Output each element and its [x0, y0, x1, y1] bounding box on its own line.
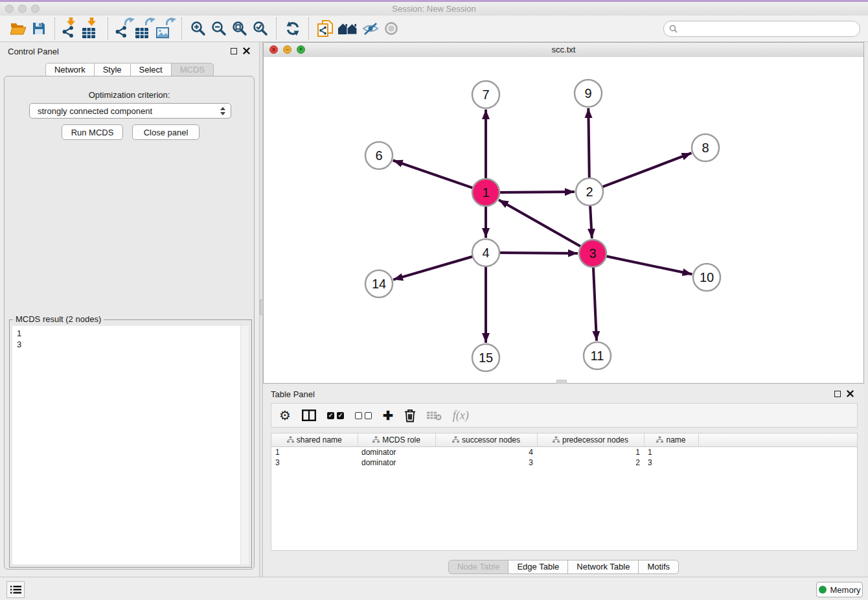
node-9[interactable]: 9: [575, 80, 602, 107]
task-history-button[interactable]: [6, 581, 25, 598]
tab-select[interactable]: Select: [130, 63, 172, 77]
hide-selected-icon[interactable]: [360, 17, 381, 40]
node-11[interactable]: 11: [584, 342, 611, 369]
tab-edge-table[interactable]: Edge Table: [508, 560, 568, 574]
tab-mcds[interactable]: MCDS: [171, 63, 214, 77]
delete-icon[interactable]: [404, 406, 416, 425]
float-table-panel-icon[interactable]: [834, 391, 841, 397]
node-8[interactable]: 8: [692, 134, 719, 161]
zoom-fit-icon[interactable]: [229, 17, 250, 40]
close-panel-button[interactable]: Close panel: [132, 124, 200, 140]
settings-gear-icon[interactable]: ⚙: [279, 406, 291, 425]
zoom-in-icon[interactable]: [188, 17, 209, 40]
table-cell[interactable]: 3: [435, 457, 537, 468]
table-cell[interactable]: 1: [537, 447, 644, 458]
canvas-splitter-handle[interactable]: [556, 380, 567, 384]
open-session-icon[interactable]: [8, 17, 29, 40]
memory-status-icon: [819, 586, 827, 594]
column-header-1[interactable]: MCDS role: [358, 433, 435, 447]
tab-style[interactable]: Style: [94, 63, 131, 77]
table-cell[interactable]: 1: [271, 447, 358, 458]
close-table-panel-icon[interactable]: [847, 390, 854, 397]
export-image-icon[interactable]: [155, 17, 176, 40]
column-header-0[interactable]: shared name: [271, 433, 358, 447]
toolbar-separator: [54, 17, 56, 40]
table-cell[interactable]: 3: [644, 457, 698, 468]
status-bar: Memory: [0, 577, 868, 600]
show-all-icon[interactable]: [381, 17, 402, 40]
tab-node-table[interactable]: Node Table: [448, 560, 509, 574]
table-cell-filler: [698, 457, 857, 468]
table-row[interactable]: 1dominator411: [271, 447, 857, 458]
column-header-4[interactable]: name: [644, 433, 698, 447]
column-header-3[interactable]: predecessor nodes: [537, 433, 644, 447]
edge-2-8[interactable]: [600, 153, 692, 187]
table-cell[interactable]: 1: [644, 447, 698, 458]
run-mcds-button[interactable]: Run MCDS: [62, 124, 123, 140]
import-network-icon[interactable]: [61, 17, 82, 40]
import-table-icon[interactable]: [82, 17, 102, 40]
tab-network[interactable]: Network: [45, 63, 95, 77]
mcds-result-text[interactable]: 1 3: [12, 326, 240, 564]
first-neighbors-icon[interactable]: [315, 17, 336, 40]
table-tabs: Node Table Edge Table Network Table Moti…: [263, 560, 864, 574]
save-session-icon[interactable]: [29, 17, 49, 40]
edge-2-9[interactable]: [588, 108, 589, 180]
table-cell[interactable]: 3: [271, 457, 358, 468]
svg-text:14: 14: [372, 277, 386, 291]
table-cell[interactable]: dominator: [358, 447, 435, 458]
toolbar-separator: [108, 17, 109, 40]
export-table-icon[interactable]: [135, 17, 155, 40]
edge-2-3[interactable]: [590, 203, 592, 238]
float-panel-icon[interactable]: [231, 48, 237, 54]
edge-3-1[interactable]: [499, 200, 582, 248]
table-cell-filler: [698, 447, 857, 458]
table-cell[interactable]: dominator: [358, 457, 435, 468]
edge-1-2[interactable]: [497, 192, 575, 192]
network-canvas[interactable]: 7968124314101511: [264, 57, 863, 383]
column-layout-icon[interactable]: [302, 406, 316, 425]
select-stepper-icon: [220, 107, 225, 115]
table-cell[interactable]: 2: [537, 457, 644, 468]
edge-3-11[interactable]: [593, 265, 597, 341]
tab-motifs[interactable]: Motifs: [638, 560, 679, 574]
network-window-titlebar[interactable]: x – + scc.txt: [264, 43, 863, 58]
edge-1-6[interactable]: [393, 161, 475, 189]
deselect-all-icon[interactable]: [355, 406, 372, 425]
memory-button[interactable]: Memory: [816, 582, 863, 597]
table-row[interactable]: 3dominator323: [271, 457, 857, 468]
add-column-icon[interactable]: ✚: [383, 406, 393, 425]
node-6[interactable]: 6: [365, 142, 393, 169]
node-10[interactable]: 10: [693, 264, 720, 291]
select-all-icon[interactable]: ✓✓: [327, 406, 344, 425]
node-7[interactable]: 7: [472, 81, 499, 108]
node-1[interactable]: 1: [472, 179, 499, 206]
edge-3-10[interactable]: [604, 256, 692, 275]
network-graph[interactable]: 7968124314101511: [264, 57, 863, 383]
control-panel-tabs: Network Style Select MCDS: [0, 63, 259, 77]
table-cell[interactable]: 4: [435, 447, 537, 458]
edge-4-14[interactable]: [393, 256, 475, 280]
node-3[interactable]: 3: [579, 240, 606, 267]
result-scrollbar[interactable]: [240, 326, 249, 564]
tab-network-table[interactable]: Network Table: [567, 560, 639, 574]
close-panel-icon[interactable]: [243, 47, 250, 54]
search-field[interactable]: [663, 21, 860, 37]
node-4[interactable]: 4: [472, 239, 499, 266]
export-network-icon[interactable]: [114, 17, 135, 40]
svg-text:3: 3: [589, 246, 596, 260]
search-input[interactable]: [681, 22, 854, 35]
node-15[interactable]: 15: [472, 344, 499, 371]
refresh-icon[interactable]: [282, 17, 303, 40]
column-header-2[interactable]: successor nodes: [435, 433, 537, 447]
toolbar-separator: [308, 17, 310, 40]
node-2[interactable]: 2: [576, 178, 603, 205]
optimization-select[interactable]: strongly connected component: [29, 103, 231, 119]
edge-4-3[interactable]: [497, 253, 578, 253]
zoom-selected-icon[interactable]: [250, 17, 271, 40]
search-icon: [669, 25, 678, 33]
zoom-out-icon[interactable]: [209, 17, 229, 40]
table-panel-title: Table Panel: [271, 389, 315, 399]
homes-icon[interactable]: [336, 17, 360, 40]
node-14[interactable]: 14: [365, 270, 393, 297]
